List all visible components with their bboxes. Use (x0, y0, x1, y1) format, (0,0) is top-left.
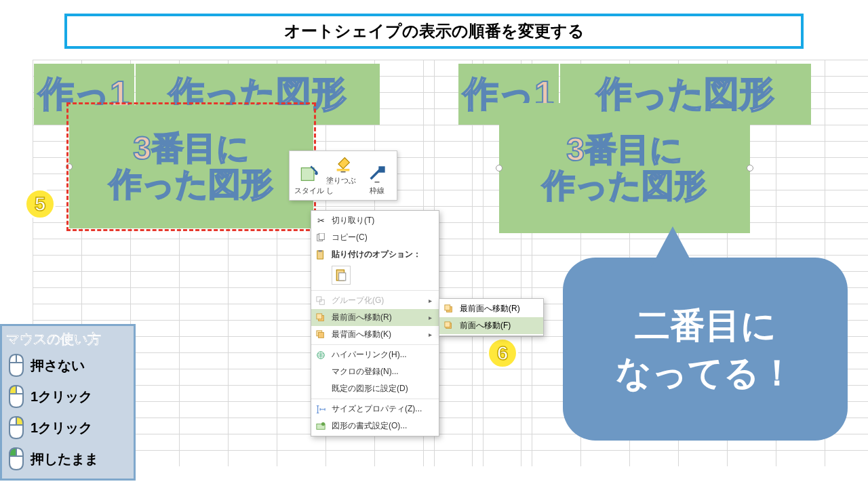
menu-label: 図形の書式設定(O)... (332, 420, 432, 432)
shape-text: 3番目に (566, 132, 683, 168)
context-menu: ✂ 切り取り(T) コピー(C) 貼り付けのオプション： グループ化(G) ▸ … (311, 210, 439, 436)
shape-text: 作った図形 (542, 168, 707, 204)
menu-size-properties[interactable]: サイズとプロパティ(Z)... (311, 401, 439, 418)
paste-option-button[interactable] (332, 266, 351, 285)
step-badge-6: 6 (487, 338, 518, 369)
submenu-arrow-icon: ▸ (429, 331, 432, 338)
toolbar-style-label: スタイル (294, 186, 324, 196)
legend-title: マウスの使い方 (6, 330, 130, 348)
toolbar-outline-button[interactable]: 枠線 (360, 155, 394, 196)
svg-rect-5 (319, 233, 324, 240)
legend-row-left-click: 1クリック (6, 381, 130, 412)
legend-row-hold: 押したまま (6, 443, 130, 474)
blank-icon (314, 382, 328, 396)
svg-rect-3 (378, 166, 384, 172)
toolbar-style-button[interactable]: スタイル (292, 155, 326, 196)
menu-bring-to-front[interactable]: 最前面へ移動(R) ▸ (311, 309, 439, 326)
shape-text: 作った図形 (597, 75, 774, 113)
toolbar-fill-button[interactable]: 塗りつぶし (326, 155, 360, 196)
toolbar-fill-label: 塗りつぶし (326, 176, 360, 196)
svg-rect-10 (317, 296, 321, 301)
menu-copy[interactable]: コピー(C) (311, 229, 439, 246)
selection-marker (66, 102, 316, 231)
submenu-bring-to-front[interactable]: 最前面へ移動(R) (439, 300, 543, 317)
mouse-hold-icon (6, 447, 26, 471)
svg-rect-11 (319, 300, 324, 304)
step-badge-5: 5 (24, 188, 56, 220)
mouse-none-icon (6, 353, 26, 378)
cut-icon: ✂ (314, 214, 328, 228)
svg-point-18 (321, 422, 325, 425)
blank-icon (314, 365, 328, 379)
context-submenu-order: 最前面へ移動(R) 前面へ移動(F) (439, 298, 544, 336)
svg-rect-0 (301, 168, 314, 181)
menu-label: 切り取り(T) (332, 215, 432, 226)
outline-icon (368, 165, 387, 184)
legend-label: 1クリック (31, 419, 92, 437)
menu-cut[interactable]: ✂ 切り取り(T) (311, 212, 439, 229)
submenu-bring-forward[interactable]: 前面へ移動(F) (439, 317, 543, 334)
callout-text: 二番目に なってる！ (616, 302, 795, 396)
menu-send-to-back[interactable]: 最背面へ移動(K) ▸ (311, 326, 439, 343)
format-shape-icon (314, 420, 328, 433)
page-title: オートシェイプの表示の順番を変更する (64, 14, 804, 49)
badge-number: 6 (497, 342, 509, 365)
menu-format-shape[interactable]: 図形の書式設定(O)... (311, 418, 439, 434)
legend-label: 押さない (31, 357, 85, 375)
svg-rect-9 (339, 273, 346, 281)
menu-label: マクロの登録(N)... (332, 366, 432, 378)
menu-label: サイズとプロパティ(Z)... (332, 403, 432, 415)
menu-label: 貼り付けのオプション： (332, 249, 432, 260)
group-icon (314, 294, 328, 308)
menu-separator (311, 290, 439, 291)
menu-hyperlink[interactable]: ハイパーリンク(H)... (311, 346, 439, 363)
menu-label: グループ化(G) (332, 295, 425, 306)
legend-row-none: 押さない (6, 350, 130, 381)
badge-number: 5 (35, 192, 46, 216)
menu-label: 最前面へ移動(R) (332, 312, 425, 323)
svg-rect-2 (337, 169, 350, 171)
svg-rect-13 (317, 313, 322, 319)
svg-rect-6 (317, 250, 323, 258)
shape-right-back-b[interactable]: 作った図形 (560, 64, 811, 125)
mouse-left-click-icon (6, 384, 26, 409)
bring-forward-icon (442, 319, 456, 333)
bring-front-icon (442, 302, 456, 316)
paste-options-row (311, 263, 439, 289)
svg-rect-20 (445, 304, 450, 310)
bring-front-icon (314, 311, 328, 325)
menu-label: コピー(C) (332, 232, 432, 243)
submenu-arrow-icon: ▸ (429, 297, 432, 304)
mouse-legend: マウスの使い方 押さない 1クリック 1クリック 押したまま (0, 324, 136, 481)
menu-label: 最背面へ移動(K) (332, 329, 425, 340)
submenu-arrow-icon: ▸ (429, 314, 432, 321)
hyperlink-icon (314, 348, 328, 362)
submenu-label: 前面へ移動(F) (460, 320, 536, 331)
mini-format-toolbar: スタイル 塗りつぶし 枠線 (289, 150, 397, 201)
send-back-icon (314, 328, 328, 342)
menu-group: グループ化(G) ▸ (311, 292, 439, 309)
svg-rect-15 (319, 332, 324, 338)
svg-rect-7 (319, 250, 322, 252)
fill-icon (334, 155, 353, 174)
toolbar-outline-label: 枠線 (370, 186, 384, 196)
size-icon (314, 403, 328, 416)
menu-separator (311, 399, 439, 399)
menu-set-default-shape[interactable]: 既定の図形に設定(D) (311, 380, 439, 397)
menu-separator (311, 344, 439, 345)
callout-bubble: 二番目に なってる！ (563, 258, 848, 441)
legend-label: 1クリック (31, 388, 92, 406)
menu-label: ハイパーリンク(H)... (332, 349, 432, 361)
menu-assign-macro[interactable]: マクロの登録(N)... (311, 363, 439, 380)
mouse-right-click-icon (6, 415, 26, 440)
svg-rect-22 (445, 321, 450, 327)
submenu-label: 最前面へ移動(R) (460, 303, 536, 314)
copy-icon (314, 231, 328, 245)
paste-icon (314, 248, 328, 262)
legend-label: 押したまま (31, 450, 98, 468)
svg-point-1 (315, 172, 318, 176)
legend-row-right-click: 1クリック (6, 412, 130, 443)
menu-label: 既定の図形に設定(D) (332, 383, 432, 394)
style-icon (300, 165, 319, 184)
page-title-text: オートシェイプの表示の順番を変更する (284, 20, 585, 42)
